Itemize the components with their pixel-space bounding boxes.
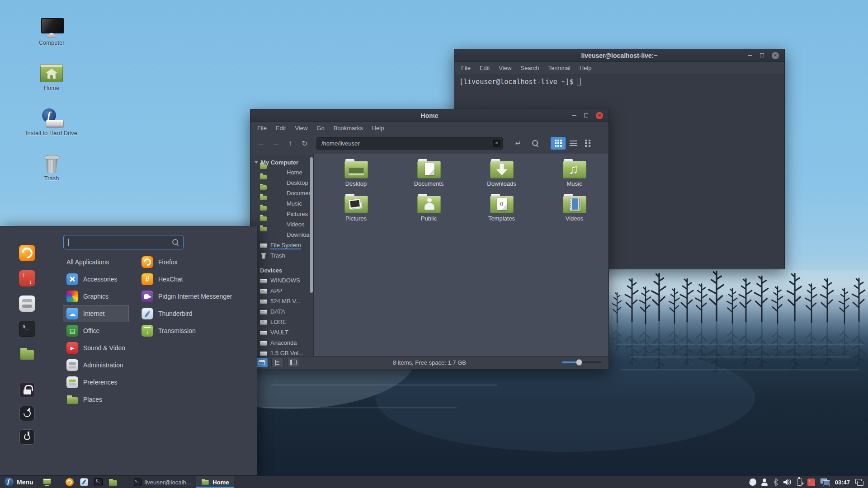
favorite-app-icon[interactable] xyxy=(19,321,35,337)
folder-item[interactable]: Pictures xyxy=(320,191,392,226)
menu-category[interactable]: Preferences xyxy=(63,374,129,391)
menu-category[interactable]: Internet xyxy=(63,305,129,322)
nav-button[interactable] xyxy=(255,137,268,150)
sidebar-scrollbar[interactable] xyxy=(310,157,313,293)
folder-item[interactable]: Downloads xyxy=(465,156,538,191)
clear-path-icon[interactable]: × xyxy=(493,140,500,147)
launcher-icon[interactable] xyxy=(94,478,103,487)
favorite-app-icon[interactable] xyxy=(19,270,35,286)
updates-icon[interactable] xyxy=(807,479,815,486)
menu-item[interactable]: Bookmarks xyxy=(330,124,367,132)
minimize-button[interactable] xyxy=(572,115,576,116)
sidebar-device-item[interactable]: LORE xyxy=(251,317,313,327)
session-button-icon[interactable] xyxy=(19,382,35,398)
workspaces-icon[interactable] xyxy=(855,479,863,486)
view-mode-button[interactable] xyxy=(580,137,595,150)
zoom-slider-knob[interactable] xyxy=(576,359,582,366)
folder-item[interactable]: Documents xyxy=(392,156,465,191)
menu-item[interactable]: Terminal xyxy=(544,64,575,72)
menu-app-item[interactable]: Thunderbird xyxy=(142,305,250,322)
restore-button[interactable] xyxy=(584,113,588,117)
taskbar-window-button[interactable]: liveuser@localh... xyxy=(128,476,197,488)
statusbar-toggle-button[interactable] xyxy=(255,358,268,367)
bluetooth-icon[interactable] xyxy=(774,479,778,486)
network-icon[interactable] xyxy=(821,479,830,486)
launcher-icon[interactable] xyxy=(42,478,52,487)
launcher-icon[interactable] xyxy=(108,478,118,487)
sidebar-item[interactable]: Downloads xyxy=(251,230,313,240)
nav-button[interactable] xyxy=(298,137,311,150)
menu-category[interactable]: Office xyxy=(63,322,129,339)
close-button[interactable]: × xyxy=(772,52,779,59)
menu-button[interactable]: Menu xyxy=(0,476,38,488)
sidebar-device-item[interactable]: WINDOWS xyxy=(251,275,313,286)
menu-category[interactable]: Graphics xyxy=(63,288,129,305)
sidebar-device-item[interactable]: Anaconda xyxy=(251,338,313,348)
favorite-app-icon[interactable] xyxy=(19,346,35,362)
menu-item[interactable]: View xyxy=(495,64,515,72)
menu-category[interactable]: All Applications xyxy=(63,253,129,271)
menu-item[interactable]: View xyxy=(291,124,311,132)
file-manager-titlebar[interactable]: Home × xyxy=(250,109,609,122)
menu-app-item[interactable]: HexChat xyxy=(142,271,250,288)
sidebar-section-header[interactable]: Devices xyxy=(251,265,313,275)
path-input[interactable] xyxy=(316,137,503,150)
volume-icon[interactable] xyxy=(783,479,792,485)
battery-icon[interactable] xyxy=(797,479,802,486)
folder-item[interactable]: Videos xyxy=(538,191,611,226)
close-button[interactable]: × xyxy=(596,112,603,119)
menu-category[interactable]: Places xyxy=(63,391,129,408)
sidebar-device-item[interactable]: VAULT xyxy=(251,327,313,338)
terminal-titlebar[interactable]: liveuser@localhost-live:~ × xyxy=(454,49,784,62)
sidebar-device-item[interactable]: DATA xyxy=(251,306,313,317)
menu-category[interactable]: Accessories xyxy=(63,271,129,288)
menu-item[interactable]: Go xyxy=(312,124,328,132)
search-icon[interactable] xyxy=(529,137,542,150)
menu-item[interactable]: Help xyxy=(368,124,388,132)
launcher-icon[interactable] xyxy=(65,478,74,487)
nav-button[interactable] xyxy=(269,137,282,150)
desktop-icon[interactable]: Trash xyxy=(20,154,83,182)
menu-item[interactable]: File xyxy=(457,64,475,72)
desktop-icon[interactable]: Home xyxy=(20,63,83,91)
menu-item[interactable]: Edit xyxy=(272,124,290,132)
menu-item[interactable]: Help xyxy=(576,64,596,72)
file-list-area[interactable]: Desktop Documents Downloads Musi xyxy=(314,154,608,356)
nav-button[interactable] xyxy=(284,137,297,150)
menu-app-item[interactable]: Transmission xyxy=(142,322,250,339)
menu-app-item[interactable]: Firefox xyxy=(142,253,250,271)
desktop-icon[interactable]: Computer xyxy=(20,18,83,46)
sidebar-device-item[interactable]: 1.5 GB Vol... xyxy=(251,348,313,356)
sidebar-device-item[interactable]: APP xyxy=(251,286,313,296)
menu-item[interactable]: Search xyxy=(516,64,543,72)
folder-item[interactable]: Templates xyxy=(465,191,538,226)
menu-category[interactable]: Sound & Video xyxy=(63,339,129,357)
zoom-slider[interactable] xyxy=(562,361,602,363)
session-button-icon[interactable] xyxy=(19,429,35,445)
view-mode-button[interactable] xyxy=(566,137,580,150)
folder-item[interactable]: Music xyxy=(538,156,611,191)
menu-item[interactable]: File xyxy=(253,124,271,132)
restore-button[interactable] xyxy=(760,53,764,57)
sidebar-item[interactable]: Trash xyxy=(251,250,313,261)
view-mode-button[interactable] xyxy=(551,137,566,150)
menu-category[interactable]: Administration xyxy=(63,357,129,374)
menu-item[interactable]: Edit xyxy=(476,64,494,72)
folder-item[interactable]: Desktop xyxy=(320,156,392,191)
session-button-icon[interactable] xyxy=(19,406,35,421)
statusbar-toggle-button[interactable] xyxy=(287,358,299,367)
launcher-icon[interactable] xyxy=(80,478,89,487)
favorite-app-icon[interactable] xyxy=(19,245,35,261)
toggle-location-entry-icon[interactable] xyxy=(512,137,524,150)
clock[interactable]: 03:47 xyxy=(835,479,850,486)
favorite-app-icon[interactable] xyxy=(19,296,35,312)
desktop-icon[interactable]: Install to Hard Drive xyxy=(20,108,83,136)
minimize-button[interactable] xyxy=(748,55,752,56)
taskbar-window-button[interactable]: Home xyxy=(196,476,234,488)
search-input[interactable] xyxy=(63,235,184,249)
menu-app-item[interactable]: Pidgin Internet Messenger xyxy=(142,288,250,305)
user-icon[interactable] xyxy=(761,479,768,486)
notifications-icon[interactable]: !1 xyxy=(749,479,755,486)
statusbar-toggle-button[interactable] xyxy=(271,358,283,367)
sidebar-device-item[interactable]: 524 MB V... xyxy=(251,296,313,306)
